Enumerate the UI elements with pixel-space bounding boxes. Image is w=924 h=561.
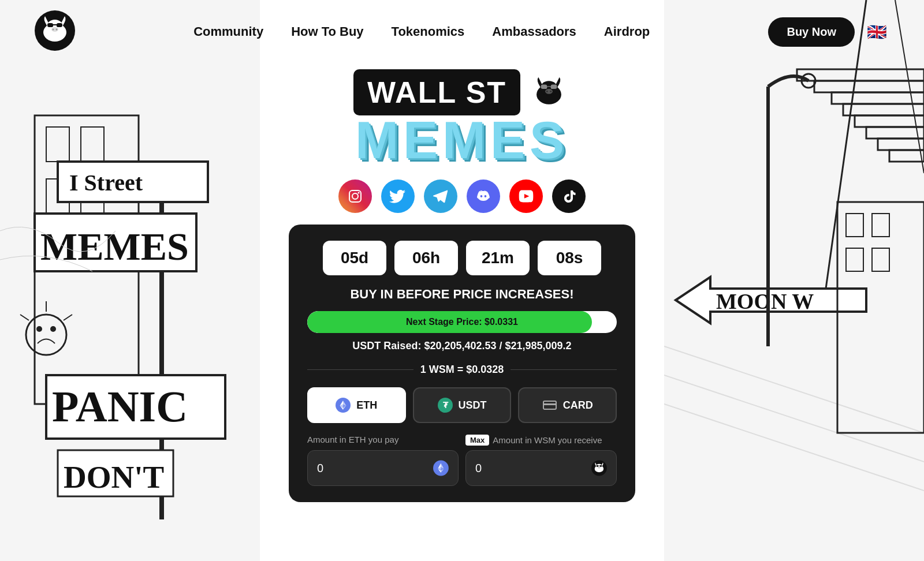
wallst-label: WALL ST [367,75,506,110]
svg-point-64 [550,90,552,92]
amount-labels: Amount in ETH you pay Max Amount in WSM … [307,435,617,446]
instagram-icon[interactable] [338,179,372,213]
svg-point-84 [599,468,600,468]
svg-rect-59 [541,84,547,89]
eth-amount-label: Amount in ETH you pay [307,435,459,446]
svg-rect-49 [47,23,53,27]
eth-amount-input[interactable] [317,462,427,475]
svg-point-53 [53,29,54,31]
eth-payment-button[interactable]: ETH [307,387,406,423]
eth-coin-icon [433,459,449,477]
tiktok-icon[interactable] [552,179,586,213]
main-content: Community How To Buy Tokenomics Ambassad… [0,0,924,561]
svg-text:₮: ₮ [442,401,448,410]
navbar: Community How To Buy Tokenomics Ambassad… [0,0,924,63]
svg-rect-50 [57,23,62,27]
logo[interactable] [35,10,75,53]
eth-icon [336,398,351,413]
usdt-label: USDT [459,399,487,412]
card-label: CARD [563,399,593,412]
svg-point-63 [546,90,548,92]
progress-bar: Next Stage Price: $0.0331 [307,311,617,333]
hero-section: WALL ST MEMES [289,69,635,502]
countdown-days: 05d [323,241,386,275]
price-divider: 1 WSM = $0.0328 [307,364,617,376]
nav-tokenomics[interactable]: Tokenomics [392,24,465,39]
twitter-icon[interactable] [381,179,415,213]
wallst-box: WALL ST [353,69,520,115]
buy-now-button[interactable]: Buy Now [768,17,855,47]
nav-airdrop[interactable]: Airdrop [604,24,650,39]
svg-rect-72 [543,403,556,405]
nav-links: Community How To Buy Tokenomics Ambassad… [193,24,650,39]
nav-how-to-buy[interactable]: How To Buy [291,24,363,39]
bull-icon [527,71,571,114]
card-icon [542,398,557,413]
wsm-price: 1 WSM = $0.0328 [420,364,504,376]
telegram-icon[interactable] [424,179,457,213]
wsm-input-wrap [465,450,617,486]
divider-line-left [307,369,413,370]
usdt-icon: ₮ [438,398,453,413]
svg-point-83 [598,468,599,468]
memes-label: MEMES [355,111,569,170]
countdown-minutes: 21m [466,241,530,275]
progress-label: Next Stage Price: $0.0331 [406,317,518,327]
buy-in-text: BUY IN BEFORE PRICE INCREASES! [307,287,617,302]
svg-rect-60 [551,84,557,89]
youtube-icon[interactable] [509,179,543,213]
raised-text: USDT Raised: $20,205,402.53 / $21,985,00… [307,340,617,352]
navbar-right: Buy Now 🇬🇧 [768,17,889,47]
usdt-payment-button[interactable]: ₮ USDT [413,387,512,423]
divider-line-right [511,369,617,370]
presale-card: 05d 06h 21m 08s BUY IN BEFORE PRICE INCR… [289,225,635,502]
amount-inputs [307,450,617,486]
discord-icon[interactable] [467,179,500,213]
countdown-seconds: 08s [538,241,601,275]
max-label[interactable]: Max [465,435,489,446]
social-icons [338,179,586,213]
wsm-amount-input[interactable] [475,462,586,475]
brand-title: WALL ST [353,69,571,115]
eth-label: ETH [356,399,377,412]
svg-rect-80 [600,465,602,467]
countdown-hours: 06h [394,241,458,275]
nav-community[interactable]: Community [193,24,263,39]
svg-point-67 [358,192,360,194]
payment-options: ETH ₮ USDT CARD [307,387,617,423]
svg-rect-79 [597,465,599,467]
eth-input-wrap [307,450,459,486]
wsm-coin-icon [591,459,607,477]
svg-point-66 [352,193,358,199]
card-payment-button[interactable]: CARD [518,387,617,423]
svg-point-54 [56,29,58,31]
language-flag[interactable]: 🇬🇧 [864,19,889,44]
wsm-amount-label: Max Amount in WSM you receive [465,435,617,446]
nav-ambassadors[interactable]: Ambassadors [492,24,576,39]
countdown-timer: 05d 06h 21m 08s [307,241,617,275]
